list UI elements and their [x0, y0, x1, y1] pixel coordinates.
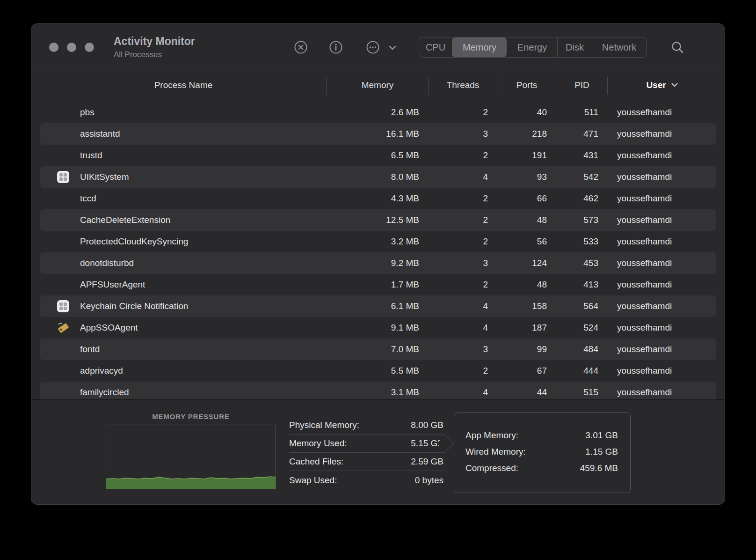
cell-user: youssefhamdi	[608, 129, 717, 139]
process-icon-slot	[57, 235, 70, 248]
process-name: pbs	[80, 107, 94, 118]
cell-process-name: APFSUserAgent	[40, 278, 327, 291]
cell-memory: 6.5 MB	[327, 150, 429, 161]
cell-memory: 1.7 MB	[327, 280, 429, 290]
table-row[interactable]: CacheDeleteExtension 12.5 MB 2 48 573 yo…	[40, 209, 716, 231]
cell-memory: 5.5 MB	[327, 366, 429, 376]
stat-row-swap-used: Swap Used: 0 bytes	[289, 471, 445, 489]
stat-label: Wired Memory:	[465, 447, 526, 457]
process-name: adprivacyd	[80, 366, 123, 376]
column-header-pid[interactable]: PID	[556, 72, 608, 98]
cell-memory: 4.3 MB	[327, 193, 429, 204]
column-header-threads[interactable]: Threads	[429, 72, 497, 98]
table-row[interactable]: assistantd 16.1 MB 3 218 471 youssefhamd…	[40, 123, 716, 145]
table-row[interactable]: pbs 2.6 MB 2 40 511 youssefhamdi	[40, 102, 716, 123]
process-name: UIKitSystem	[80, 172, 129, 182]
cell-user: youssefhamdi	[608, 236, 717, 247]
stat-row-compressed: Compressed: 459.6 MB	[465, 460, 618, 476]
cell-pid: 533	[556, 236, 608, 247]
cell-threads: 2	[429, 236, 497, 247]
traffic-lights	[49, 43, 94, 52]
cell-pid: 564	[556, 301, 608, 311]
tag-icon	[57, 321, 70, 334]
inspect-process-icon[interactable]	[328, 40, 343, 55]
stat-label: App Memory:	[465, 430, 518, 441]
cell-process-name: donotdisturbd	[40, 257, 327, 270]
chevron-down-icon[interactable]	[388, 44, 397, 51]
cell-user: youssefhamdi	[608, 258, 717, 268]
generic-app-icon	[57, 170, 70, 184]
cell-process-name: tccd	[40, 192, 327, 205]
cell-ports: 93	[497, 172, 556, 182]
cell-pid: 444	[556, 366, 608, 376]
cell-process-name: Keychain Circle Notification	[40, 300, 327, 313]
close-window-button[interactable]	[49, 43, 58, 52]
stat-row-app-memory: App Memory: 3.01 GB	[465, 427, 618, 443]
cell-threads: 2	[429, 366, 497, 376]
cell-process-name: ProtectedCloudKeySyncing	[40, 235, 327, 248]
stat-label: Memory Used:	[289, 438, 347, 449]
segment-memory[interactable]: Memory	[452, 37, 507, 57]
cell-memory: 6.1 MB	[327, 301, 429, 311]
table-row[interactable]: adprivacyd 5.5 MB 2 67 444 youssefhamdi	[40, 360, 716, 382]
column-header-user[interactable]: User	[608, 72, 717, 98]
cell-ports: 44	[497, 387, 556, 398]
search-icon[interactable]	[670, 40, 684, 54]
table-row[interactable]: AppSSOAgent 9.1 MB 4 187 524 youssefhamd…	[40, 317, 716, 339]
cell-ports: 66	[497, 193, 556, 204]
cell-ports: 124	[497, 258, 556, 268]
table-row[interactable]: familycircled 3.1 MB 4 44 515 youssefham…	[40, 382, 716, 399]
process-name: tccd	[80, 193, 96, 204]
stat-value: 459.6 MB	[580, 463, 618, 473]
process-icon-slot	[57, 192, 70, 205]
process-name: ProtectedCloudKeySyncing	[80, 236, 188, 247]
more-options-icon[interactable]	[365, 40, 380, 55]
cell-process-name: pbs	[40, 106, 327, 119]
sort-chevron-down-icon	[671, 82, 678, 88]
process-name: trustd	[80, 150, 102, 161]
table-row[interactable]: donotdisturbd 9.2 MB 3 124 453 youssefha…	[40, 252, 716, 274]
cell-user: youssefhamdi	[608, 344, 717, 354]
cell-memory: 9.2 MB	[327, 258, 429, 268]
table-row[interactable]: ProtectedCloudKeySyncing 3.2 MB 2 56 533…	[40, 231, 716, 252]
column-header-process-name[interactable]: Process Name	[40, 72, 327, 98]
process-icon-slot	[57, 257, 70, 270]
table-row[interactable]: APFSUserAgent 1.7 MB 2 48 413 youssefham…	[40, 274, 716, 295]
table-row[interactable]: fontd 7.0 MB 3 99 484 youssefhamdi	[40, 339, 716, 360]
table-row[interactable]: trustd 6.5 MB 2 191 431 youssefhamdi	[40, 145, 716, 166]
table-row[interactable]: UIKitSystem 8.0 MB 4 93 542 youssefhamdi	[40, 166, 716, 188]
segment-cpu[interactable]: CPU	[419, 37, 452, 57]
cell-pid: 573	[556, 215, 608, 225]
cell-process-name: assistantd	[40, 127, 327, 140]
segment-network[interactable]: Network	[592, 37, 646, 57]
stat-value: 8.00 GB	[411, 420, 445, 430]
cell-threads: 2	[429, 107, 497, 118]
process-name: APFSUserAgent	[80, 280, 145, 290]
stat-value: 0 bytes	[415, 475, 445, 486]
cell-user: youssefhamdi	[608, 215, 717, 225]
memory-pressure-title: MEMORY PRESSURE	[106, 413, 276, 420]
cell-process-name: CacheDeleteExtension	[40, 214, 327, 227]
minimize-window-button[interactable]	[67, 43, 76, 52]
window-title: Activity Monitor	[114, 35, 195, 47]
cell-pid: 511	[556, 107, 608, 118]
titlebar: Activity Monitor All Processes CPU Memor…	[31, 24, 725, 72]
table-row[interactable]: tccd 4.3 MB 2 66 462 youssefhamdi	[40, 188, 716, 209]
table-header: Process Name Memory Threads Ports PID Us…	[31, 72, 725, 102]
segment-energy[interactable]: Energy	[507, 37, 557, 57]
column-header-ports[interactable]: Ports	[497, 72, 556, 98]
cell-pid: 471	[556, 129, 608, 139]
cell-memory: 8.0 MB	[327, 172, 429, 182]
segment-disk[interactable]: Disk	[557, 37, 592, 57]
zoom-window-button[interactable]	[85, 43, 94, 52]
cell-process-name: familycircled	[40, 386, 327, 399]
stat-row-wired-memory: Wired Memory: 1.15 GB	[465, 443, 618, 460]
table-row[interactable]: Keychain Circle Notification 6.1 MB 4 15…	[40, 295, 716, 317]
process-name: fontd	[80, 344, 100, 354]
quit-process-icon[interactable]	[293, 40, 308, 55]
process-icon-slot	[57, 386, 70, 399]
memory-stats: Physical Memory: 8.00 GB Memory Used: 5.…	[281, 416, 454, 489]
cell-ports: 67	[497, 366, 556, 376]
process-icon-slot	[57, 214, 70, 227]
column-header-memory[interactable]: Memory	[327, 72, 429, 98]
